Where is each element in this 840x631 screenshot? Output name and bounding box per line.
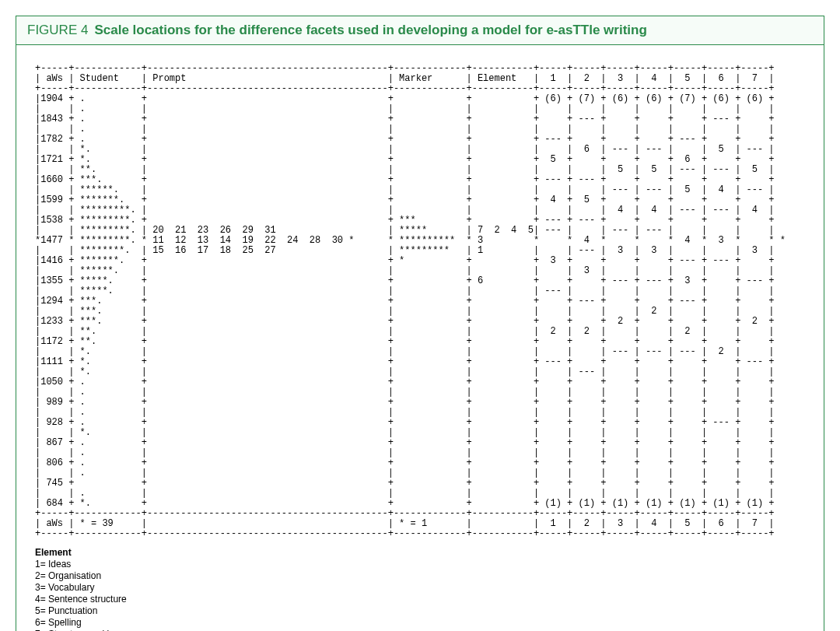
figure-label: FIGURE 4 xyxy=(27,23,88,37)
figure-body: +-----+------------+--------------------… xyxy=(16,45,824,631)
figure-header: FIGURE 4Scale locations for the differen… xyxy=(16,16,824,45)
legend-item: 2= Organisation xyxy=(35,570,805,582)
legend-items: 1= Ideas2= Organisation3= Vocabulary4= S… xyxy=(35,559,805,631)
legend-item: 1= Ideas xyxy=(35,559,805,570)
figure-container: FIGURE 4Scale locations for the differen… xyxy=(16,16,824,631)
facets-table: +-----+------------+--------------------… xyxy=(35,64,805,539)
legend-item: 6= Spelling xyxy=(35,617,805,629)
legend-title: Element xyxy=(35,547,805,559)
figure-title: Scale locations for the difference facet… xyxy=(94,23,646,37)
legend-item: 4= Sentence structure xyxy=(35,594,805,605)
legend: Element 1= Ideas2= Organisation3= Vocabu… xyxy=(35,547,805,631)
legend-item: 3= Vocabulary xyxy=(35,582,805,594)
legend-item: 5= Punctuation xyxy=(35,605,805,617)
